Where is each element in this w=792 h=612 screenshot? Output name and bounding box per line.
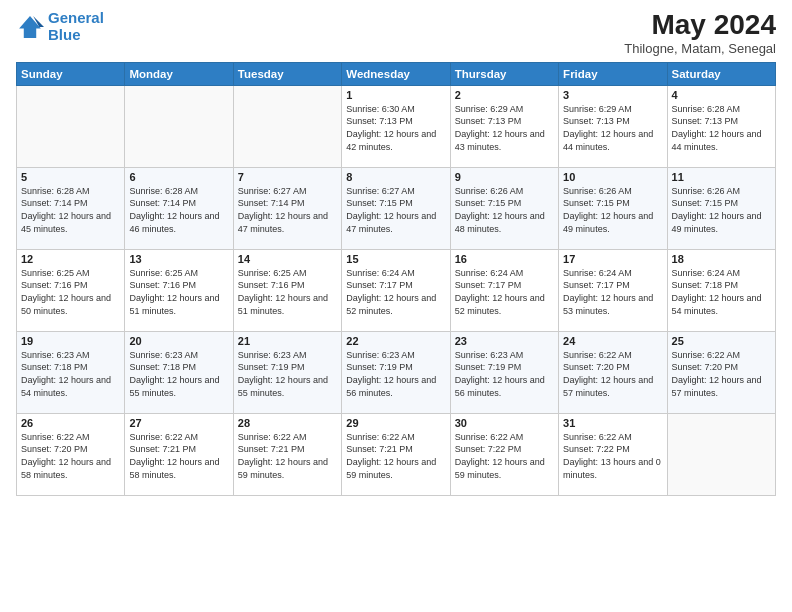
calendar-cell: 4Sunrise: 6:28 AM Sunset: 7:13 PM Daylig… [667,85,775,167]
logo-text: General Blue [48,10,104,43]
day-header-tuesday: Tuesday [233,62,341,85]
header: General Blue May 2024 Thilogne, Matam, S… [16,10,776,56]
calendar-cell: 2Sunrise: 6:29 AM Sunset: 7:13 PM Daylig… [450,85,558,167]
calendar-cell: 26Sunrise: 6:22 AM Sunset: 7:20 PM Dayli… [17,413,125,495]
calendar-cell: 13Sunrise: 6:25 AM Sunset: 7:16 PM Dayli… [125,249,233,331]
day-info: Sunrise: 6:22 AM Sunset: 7:21 PM Dayligh… [129,431,228,481]
day-number: 17 [563,253,662,265]
day-number: 29 [346,417,445,429]
day-info: Sunrise: 6:25 AM Sunset: 7:16 PM Dayligh… [238,267,337,317]
calendar-cell: 3Sunrise: 6:29 AM Sunset: 7:13 PM Daylig… [559,85,667,167]
calendar-cell: 25Sunrise: 6:22 AM Sunset: 7:20 PM Dayli… [667,331,775,413]
day-number: 8 [346,171,445,183]
calendar-cell: 6Sunrise: 6:28 AM Sunset: 7:14 PM Daylig… [125,167,233,249]
day-info: Sunrise: 6:23 AM Sunset: 7:18 PM Dayligh… [21,349,120,399]
day-header-saturday: Saturday [667,62,775,85]
day-info: Sunrise: 6:22 AM Sunset: 7:20 PM Dayligh… [563,349,662,399]
day-info: Sunrise: 6:24 AM Sunset: 7:18 PM Dayligh… [672,267,771,317]
day-info: Sunrise: 6:25 AM Sunset: 7:16 PM Dayligh… [21,267,120,317]
calendar-cell: 17Sunrise: 6:24 AM Sunset: 7:17 PM Dayli… [559,249,667,331]
day-number: 10 [563,171,662,183]
calendar-cell [667,413,775,495]
day-number: 27 [129,417,228,429]
day-info: Sunrise: 6:26 AM Sunset: 7:15 PM Dayligh… [563,185,662,235]
day-info: Sunrise: 6:27 AM Sunset: 7:15 PM Dayligh… [346,185,445,235]
calendar-cell: 15Sunrise: 6:24 AM Sunset: 7:17 PM Dayli… [342,249,450,331]
week-row-1: 1Sunrise: 6:30 AM Sunset: 7:13 PM Daylig… [17,85,776,167]
day-info: Sunrise: 6:29 AM Sunset: 7:13 PM Dayligh… [563,103,662,153]
day-number: 18 [672,253,771,265]
day-header-wednesday: Wednesday [342,62,450,85]
day-info: Sunrise: 6:22 AM Sunset: 7:21 PM Dayligh… [346,431,445,481]
day-info: Sunrise: 6:22 AM Sunset: 7:21 PM Dayligh… [238,431,337,481]
calendar-cell [125,85,233,167]
day-number: 5 [21,171,120,183]
day-header-sunday: Sunday [17,62,125,85]
calendar-cell: 18Sunrise: 6:24 AM Sunset: 7:18 PM Dayli… [667,249,775,331]
day-number: 24 [563,335,662,347]
calendar: SundayMondayTuesdayWednesdayThursdayFrid… [16,62,776,496]
calendar-cell: 12Sunrise: 6:25 AM Sunset: 7:16 PM Dayli… [17,249,125,331]
calendar-cell: 21Sunrise: 6:23 AM Sunset: 7:19 PM Dayli… [233,331,341,413]
day-number: 15 [346,253,445,265]
calendar-cell: 9Sunrise: 6:26 AM Sunset: 7:15 PM Daylig… [450,167,558,249]
calendar-cell: 16Sunrise: 6:24 AM Sunset: 7:17 PM Dayli… [450,249,558,331]
day-number: 3 [563,89,662,101]
calendar-cell: 8Sunrise: 6:27 AM Sunset: 7:15 PM Daylig… [342,167,450,249]
day-number: 9 [455,171,554,183]
day-info: Sunrise: 6:28 AM Sunset: 7:13 PM Dayligh… [672,103,771,153]
day-info: Sunrise: 6:22 AM Sunset: 7:20 PM Dayligh… [21,431,120,481]
day-number: 28 [238,417,337,429]
day-number: 19 [21,335,120,347]
day-info: Sunrise: 6:26 AM Sunset: 7:15 PM Dayligh… [672,185,771,235]
day-number: 6 [129,171,228,183]
svg-marker-0 [19,16,41,38]
day-info: Sunrise: 6:22 AM Sunset: 7:22 PM Dayligh… [563,431,662,481]
week-row-5: 26Sunrise: 6:22 AM Sunset: 7:20 PM Dayli… [17,413,776,495]
day-number: 20 [129,335,228,347]
location: Thilogne, Matam, Senegal [624,41,776,56]
day-info: Sunrise: 6:23 AM Sunset: 7:19 PM Dayligh… [455,349,554,399]
day-info: Sunrise: 6:24 AM Sunset: 7:17 PM Dayligh… [346,267,445,317]
week-row-3: 12Sunrise: 6:25 AM Sunset: 7:16 PM Dayli… [17,249,776,331]
calendar-cell: 28Sunrise: 6:22 AM Sunset: 7:21 PM Dayli… [233,413,341,495]
day-info: Sunrise: 6:30 AM Sunset: 7:13 PM Dayligh… [346,103,445,153]
logo-blue: Blue [48,26,81,43]
day-info: Sunrise: 6:23 AM Sunset: 7:18 PM Dayligh… [129,349,228,399]
day-info: Sunrise: 6:27 AM Sunset: 7:14 PM Dayligh… [238,185,337,235]
day-number: 13 [129,253,228,265]
calendar-cell: 27Sunrise: 6:22 AM Sunset: 7:21 PM Dayli… [125,413,233,495]
day-number: 25 [672,335,771,347]
calendar-cell [17,85,125,167]
day-info: Sunrise: 6:28 AM Sunset: 7:14 PM Dayligh… [129,185,228,235]
day-number: 7 [238,171,337,183]
calendar-cell: 29Sunrise: 6:22 AM Sunset: 7:21 PM Dayli… [342,413,450,495]
day-number: 12 [21,253,120,265]
week-row-2: 5Sunrise: 6:28 AM Sunset: 7:14 PM Daylig… [17,167,776,249]
calendar-header-row: SundayMondayTuesdayWednesdayThursdayFrid… [17,62,776,85]
day-info: Sunrise: 6:24 AM Sunset: 7:17 PM Dayligh… [455,267,554,317]
day-number: 26 [21,417,120,429]
calendar-cell: 20Sunrise: 6:23 AM Sunset: 7:18 PM Dayli… [125,331,233,413]
day-info: Sunrise: 6:23 AM Sunset: 7:19 PM Dayligh… [346,349,445,399]
day-info: Sunrise: 6:24 AM Sunset: 7:17 PM Dayligh… [563,267,662,317]
title-area: May 2024 Thilogne, Matam, Senegal [624,10,776,56]
day-info: Sunrise: 6:28 AM Sunset: 7:14 PM Dayligh… [21,185,120,235]
calendar-cell: 5Sunrise: 6:28 AM Sunset: 7:14 PM Daylig… [17,167,125,249]
calendar-cell: 31Sunrise: 6:22 AM Sunset: 7:22 PM Dayli… [559,413,667,495]
day-number: 16 [455,253,554,265]
logo-icon [16,13,44,41]
day-info: Sunrise: 6:29 AM Sunset: 7:13 PM Dayligh… [455,103,554,153]
day-number: 1 [346,89,445,101]
day-number: 14 [238,253,337,265]
logo: General Blue [16,10,104,43]
day-info: Sunrise: 6:22 AM Sunset: 7:22 PM Dayligh… [455,431,554,481]
week-row-4: 19Sunrise: 6:23 AM Sunset: 7:18 PM Dayli… [17,331,776,413]
day-number: 2 [455,89,554,101]
calendar-cell: 7Sunrise: 6:27 AM Sunset: 7:14 PM Daylig… [233,167,341,249]
day-number: 22 [346,335,445,347]
day-info: Sunrise: 6:23 AM Sunset: 7:19 PM Dayligh… [238,349,337,399]
day-header-monday: Monday [125,62,233,85]
calendar-cell [233,85,341,167]
day-number: 30 [455,417,554,429]
